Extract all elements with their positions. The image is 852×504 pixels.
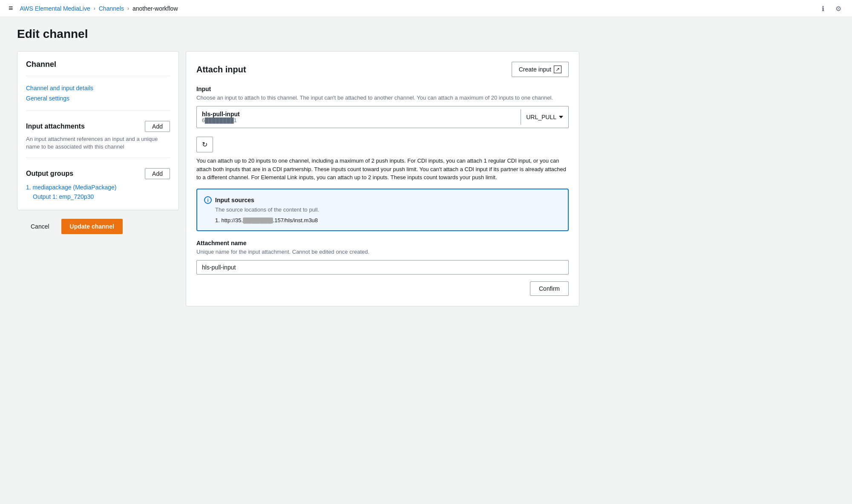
input-select-name: hls-pull-input xyxy=(202,111,515,117)
input-select-content: hls-pull-input 6████████1 xyxy=(197,106,521,128)
create-input-label: Create input xyxy=(519,66,551,73)
confirm-button[interactable]: Confirm xyxy=(530,281,569,296)
input-attachments-title: Input attachments xyxy=(26,123,85,130)
top-bar-right-icons: ℹ ⚙ xyxy=(818,0,843,17)
input-sources-title: Input sources xyxy=(215,197,254,203)
general-settings-link[interactable]: General settings xyxy=(26,93,170,103)
attach-input-header: Attach input Create input ↗ xyxy=(196,62,569,77)
input-select-type: URL_PULL xyxy=(521,109,568,125)
input-sources-header: i Input sources xyxy=(204,196,561,204)
breadcrumb-separator-2: › xyxy=(127,6,129,11)
attachment-name-section: Attachment name Unique name for the inpu… xyxy=(196,240,569,296)
top-navigation-bar: ≡ AWS Elemental MediaLive › Channels › a… xyxy=(0,0,852,17)
divider-1 xyxy=(26,110,170,111)
attachment-name-description: Unique name for the input attachment. Ca… xyxy=(196,248,569,256)
info-icon[interactable]: ℹ xyxy=(818,3,828,14)
output-groups-header: Output groups Add xyxy=(26,168,170,179)
chevron-down-icon xyxy=(559,116,563,118)
breadcrumb: AWS Elemental MediaLive › Channels › ano… xyxy=(20,5,178,12)
input-sources-info-icon: i xyxy=(204,196,212,204)
gear-icon[interactable]: ⚙ xyxy=(833,3,843,14)
attachment-info-text: You can attach up to 20 inputs to one ch… xyxy=(196,157,569,182)
input-field-label: Input xyxy=(196,86,569,92)
input-select-dropdown[interactable]: hls-pull-input 6████████1 URL_PULL xyxy=(196,106,569,128)
input-select-id: 6████████1 xyxy=(202,117,515,123)
input-attachments-header: Input attachments Add xyxy=(26,121,170,132)
divider-2 xyxy=(26,158,170,158)
attachment-name-label: Attachment name xyxy=(196,240,569,246)
main-content: Edit channel Channel Channel and input d… xyxy=(0,17,596,317)
bottom-actions: Cancel Update channel xyxy=(17,219,179,234)
breadcrumb-medialive-link[interactable]: AWS Elemental MediaLive xyxy=(20,5,90,12)
page-title: Edit channel xyxy=(17,27,579,41)
cancel-button[interactable]: Cancel xyxy=(26,220,55,233)
left-panel: Channel Channel and input details Genera… xyxy=(17,51,179,234)
mediapackage-link[interactable]: 1. mediapackage (MediaPackage) xyxy=(26,183,170,192)
emp-output-link[interactable]: Output 1: emp_720p30 xyxy=(26,192,170,201)
channel-card-title: Channel xyxy=(26,60,170,76)
breadcrumb-channels-link[interactable]: Channels xyxy=(99,5,124,12)
refresh-icon: ↻ xyxy=(202,140,207,149)
breadcrumb-separator-1: › xyxy=(94,6,95,11)
input-field-description: Choose an input to attach to this channe… xyxy=(196,94,569,102)
input-sources-box: i Input sources The source locations of … xyxy=(196,189,569,232)
attachment-name-input[interactable] xyxy=(196,260,569,275)
input-sources-description: The source locations of the content to p… xyxy=(215,206,561,213)
input-field-section: Input Choose an input to attach to this … xyxy=(196,86,569,128)
input-attachments-description: An input attachment references an input … xyxy=(26,135,170,151)
right-panel: Attach input Create input ↗ Input Choose… xyxy=(186,51,579,306)
breadcrumb-current-workflow: another-workflow xyxy=(132,5,178,12)
refresh-button[interactable]: ↻ xyxy=(196,137,213,152)
external-link-icon: ↗ xyxy=(554,66,561,73)
hamburger-menu-icon[interactable]: ≡ xyxy=(9,4,13,13)
channel-and-input-details-link[interactable]: Channel and input details xyxy=(26,83,170,93)
input-attachments-add-button[interactable]: Add xyxy=(145,121,170,132)
blurred-ip-text: ███████ xyxy=(243,218,273,223)
create-input-button[interactable]: Create input ↗ xyxy=(512,62,569,77)
update-channel-button[interactable]: Update channel xyxy=(61,219,123,234)
channel-card: Channel Channel and input details Genera… xyxy=(17,51,179,210)
output-groups-title: Output groups xyxy=(26,170,73,178)
input-source-url-1: 1. http://35.███████.157/hls/inst.m3u8 xyxy=(215,217,561,224)
output-groups-add-button[interactable]: Add xyxy=(145,168,170,179)
attach-input-title: Attach input xyxy=(196,65,246,74)
edit-channel-layout: Channel Channel and input details Genera… xyxy=(17,51,579,306)
